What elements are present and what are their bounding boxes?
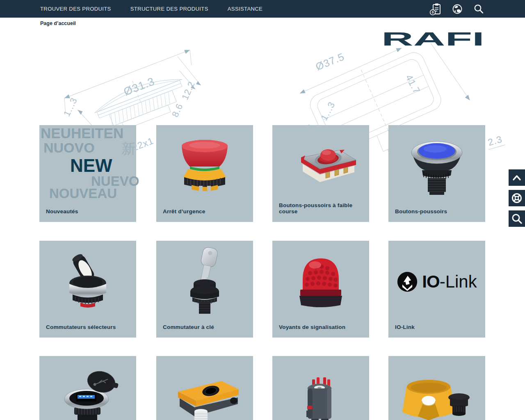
language-globe-icon[interactable] <box>451 2 464 16</box>
nav-icons: 0 <box>429 0 485 18</box>
signal-lamp-image <box>280 247 362 317</box>
nav-item-product-structure[interactable]: STRUCTURE DES PRODUITS <box>130 6 208 12</box>
io-link-logo: IO-Link <box>397 271 477 292</box>
contact-block-image <box>278 361 364 420</box>
rafi-logo-text: RAFI <box>381 30 484 48</box>
new-word-italian: NUOVO <box>43 141 95 155</box>
tile-accessories[interactable] <box>388 356 485 420</box>
dim-left-diameter: Ø31.3 <box>122 75 156 98</box>
enclosure-image <box>162 361 248 420</box>
dim-right-travel: 1...3 <box>319 100 337 122</box>
floating-toolbar <box>509 169 525 227</box>
new-word-german: NEUHEITEN <box>41 126 123 140</box>
search-icon[interactable] <box>472 2 485 16</box>
tile-label: Arrêt d’urgence <box>163 208 205 215</box>
request-count-badge: 0 <box>432 10 434 14</box>
tile-nouveautes[interactable]: NEUHEITEN NUOVO 新 NEW NUEVO NOUVEAU Nouv… <box>39 125 136 222</box>
guard-and-cap-image <box>393 361 481 420</box>
key-switch-image <box>164 245 246 319</box>
nav-menu: TROUVER DES PRODUITS STRUCTURE DES PRODU… <box>40 6 262 12</box>
tile-label: Nouveautés <box>46 208 78 215</box>
tile-label: Commutateurs sélecteurs <box>46 324 116 330</box>
request-list-icon[interactable]: 0 <box>429 2 443 16</box>
new-word-french: NOUVEAU <box>49 187 117 200</box>
dim-left-travel: 1...3 <box>62 96 80 118</box>
selector-switch-image <box>47 247 129 317</box>
tile-boutons-faible-course[interactable]: Boutons-poussoirs à faible course <box>272 125 369 222</box>
scroll-to-top-button[interactable] <box>509 169 525 186</box>
chevron-up-icon <box>509 169 525 186</box>
new-word-chinese: 新 <box>121 142 135 155</box>
usb-socket-image <box>45 361 131 420</box>
tile-switching-element[interactable] <box>272 356 369 420</box>
dim-right-height: 41.7 <box>403 73 422 96</box>
io-link-icon <box>397 271 418 292</box>
tile-yellow-enclosure[interactable] <box>156 356 253 420</box>
tile-label: Boutons-poussoirs à faible course <box>279 202 369 215</box>
dim-left-dim2: 8.6 <box>170 102 185 119</box>
tile-boutons-poussoirs[interactable]: Boutons-poussoirs <box>388 125 485 222</box>
rafi-homepage: TROUVER DES PRODUITS STRUCTURE DES PRODU… <box>0 0 525 420</box>
search-overlay-button[interactable] <box>509 210 525 227</box>
search-icon <box>509 210 525 227</box>
emergency-stop-image <box>164 131 246 201</box>
short-travel-switch-image <box>280 131 362 201</box>
new-words-art: NEUHEITEN NUOVO 新 NEW NUEVO NOUVEAU <box>39 125 136 207</box>
tile-commutateur-a-cle[interactable]: Commutateur à clé <box>156 241 253 338</box>
blue-pushbutton-image <box>396 131 478 201</box>
support-contact-button[interactable] <box>509 190 525 206</box>
dim-right-extra: 2.3 <box>485 133 506 150</box>
tile-label: Boutons-poussoirs <box>395 208 447 215</box>
tile-io-link[interactable]: IO-Link IO-Link <box>388 241 485 338</box>
io-link-wordmark: IO-Link <box>422 273 477 290</box>
dim-left-dim1: 12.2 <box>180 80 197 101</box>
breadcrumb[interactable]: Page d’accueil <box>40 21 76 26</box>
dim-right-diameter: Ø37.5 <box>314 50 346 73</box>
nav-item-find-products[interactable]: TROUVER DES PRODUITS <box>40 6 111 12</box>
tile-voyants-signalisation[interactable]: Voyants de signalisation <box>272 241 369 338</box>
lifebuoy-icon <box>509 190 525 206</box>
tile-usb-socket[interactable] <box>39 356 136 420</box>
tile-label: Voyants de signalisation <box>279 324 345 330</box>
tile-arret-urgence[interactable]: Arrêt d’urgence <box>156 125 253 222</box>
rafi-logo: RAFI <box>381 30 485 48</box>
new-word-english: NEW <box>70 157 112 175</box>
top-navbar: TROUVER DES PRODUITS STRUCTURE DES PRODU… <box>0 0 525 18</box>
tile-label: IO-Link <box>395 324 415 330</box>
tile-commutateurs-selecteurs[interactable]: Commutateurs sélecteurs <box>39 241 136 338</box>
tile-label: Commutateur à clé <box>163 324 214 330</box>
nav-item-assistance[interactable]: ASSISTANCE <box>228 6 262 12</box>
